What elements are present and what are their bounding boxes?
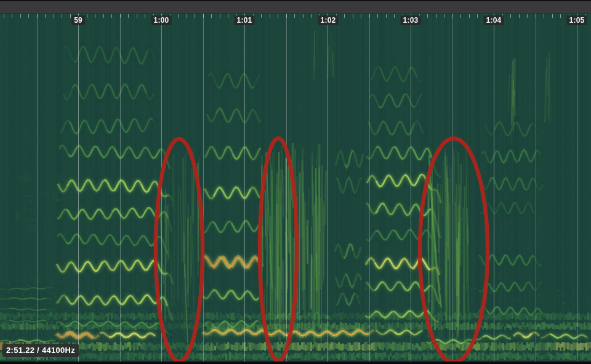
time-label: 59 (71, 15, 85, 25)
spectrogram-canvas[interactable] (0, 14, 591, 362)
time-label: 1:05 (567, 15, 587, 25)
toolbar (0, 1, 591, 14)
time-label: 1:00 (151, 15, 172, 25)
window-bottom-edge (0, 362, 591, 364)
status-text: 2:51.22 / 44100Hz (6, 346, 75, 355)
audio-editor-window: 591:001:011:021:031:041:05 2:51.22 / 441… (0, 0, 591, 364)
playhead-status: 2:51.22 / 44100Hz (2, 344, 79, 357)
time-label: 1:01 (235, 15, 255, 25)
time-ruler[interactable]: 591:001:011:021:031:041:05 (0, 14, 591, 27)
time-label: 1:03 (401, 15, 421, 25)
time-label: 1:04 (484, 15, 504, 25)
time-label: 1:02 (318, 15, 339, 25)
